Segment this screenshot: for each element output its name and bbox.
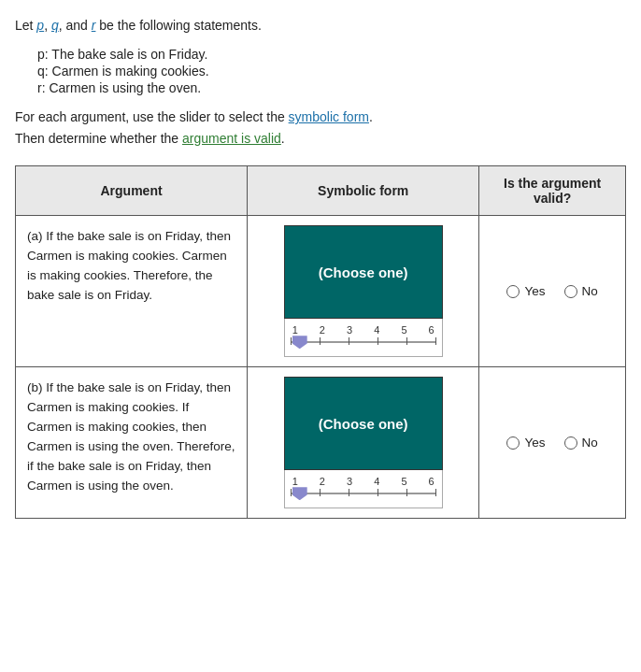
slider-ticks-b [291,489,436,500]
slider-label-1: 1 [292,324,298,336]
valid-a-cell: Yes No [479,216,626,367]
slider-label-2: 2 [320,324,325,336]
argument-a-text: (a) If the bake sale is on Friday, then … [27,227,235,306]
slider-a-placeholder: (Choose one) [319,265,408,280]
tick-3 [349,337,349,345]
slider-labels-a: 1 2 3 4 5 6 [291,324,436,336]
slider-b-label-2: 2 [320,476,325,487]
tick-b-5 [406,489,407,496]
symbolic-form-link[interactable]: symbolic form [289,109,369,124]
slider-display-a: (Choose one) [284,225,443,319]
q-variable: q [51,18,59,33]
symbolic-b-cell: (Choose one) 1 2 3 4 5 6 [248,367,479,519]
radio-circle-a-yes[interactable] [506,285,520,298]
slider-b-placeholder: (Choose one) [319,416,408,432]
slider-label-6: 6 [429,324,434,336]
slider-b-label-4: 4 [374,476,379,487]
intro-line1: Let p, q, and r be the following stateme… [15,15,626,36]
arguments-table: Argument Symbolic form Is the argument v… [15,165,626,519]
slider-widget-b: (Choose one) 1 2 3 4 5 6 [284,377,443,508]
tick-2 [320,337,320,345]
table-row: (a) If the bake sale is on Friday, then … [16,216,626,367]
slider-track-container-a: 1 2 3 4 5 6 [284,319,443,357]
slider-ticks-a [291,337,436,349]
p-variable: p [36,18,44,33]
slider-label-4: 4 [374,324,379,336]
slider-label-3: 3 [347,324,352,336]
statement-q: q: Carmen is making cookies. [37,64,626,79]
tick-5 [406,337,407,345]
radio-circle-b-no[interactable] [564,436,577,450]
tick-4 [377,337,378,345]
slider-widget-a: (Choose one) 1 2 3 4 5 6 [284,225,443,357]
tick-b-2 [320,489,320,496]
radio-a-yes[interactable]: Yes [506,284,545,298]
radio-circle-a-no[interactable] [564,285,577,298]
radio-a-no[interactable]: No [564,284,598,298]
q-label: q [37,64,45,79]
radio-circle-b-yes[interactable] [506,436,520,450]
header-valid: Is the argument valid? [479,166,626,216]
instructions-text: For each argument, use the slider to sel… [15,107,626,149]
radio-b-yes-label: Yes [524,436,545,450]
radio-b-no-label: No [582,436,598,450]
radio-group-a: Yes No [491,284,614,298]
argument-a-label: (a) [27,229,43,243]
radio-a-no-label: No [582,284,598,298]
tick-6 [435,337,436,345]
slider-track-b[interactable] [291,489,436,500]
slider-b-label-3: 3 [347,476,352,487]
radio-group-b: Yes No [491,436,614,450]
header-argument: Argument [16,166,248,216]
radio-b-yes[interactable]: Yes [506,436,545,450]
tick-b-6 [435,489,436,496]
tick-b-3 [349,489,349,496]
argument-b-cell: (b) If the bake sale is on Friday, then … [16,367,248,519]
r-variable: r [92,18,96,33]
slider-display-b: (Choose one) [284,377,443,470]
argument-b-text: (b) If the bake sale is on Friday, then … [27,379,235,496]
statement-p: p: The bake sale is on Friday. [37,47,626,62]
valid-b-cell: Yes No [479,367,626,519]
tick-1 [291,337,292,345]
slider-track-container-b: 1 2 3 4 5 6 [284,470,443,508]
slider-b-label-5: 5 [401,476,406,487]
p-label: p [37,47,45,62]
argument-b-label: (b) [27,380,43,394]
argument-a-cell: (a) If the bake sale is on Friday, then … [16,216,248,367]
tick-b-1 [291,489,292,496]
radio-a-yes-label: Yes [524,284,545,298]
tick-b-4 [377,489,378,496]
argument-valid-link[interactable]: argument is valid [182,131,281,146]
slider-b-label-1: 1 [292,476,298,487]
header-symbolic: Symbolic form [248,166,479,216]
table-row: (b) If the bake sale is on Friday, then … [16,367,626,519]
statements-list: p: The bake sale is on Friday. q: Carmen… [37,47,626,95]
r-label: r [37,80,42,95]
slider-track-a[interactable] [291,337,436,349]
statement-r: r: Carmen is using the oven. [37,80,626,95]
slider-labels-b: 1 2 3 4 5 6 [291,476,436,487]
table-header-row: Argument Symbolic form Is the argument v… [16,166,626,216]
slider-b-label-6: 6 [429,476,434,487]
radio-b-no[interactable]: No [564,436,598,450]
symbolic-a-cell: (Choose one) 1 2 3 4 5 6 [248,216,479,367]
slider-label-5: 5 [401,324,406,336]
intro-section: Let p, q, and r be the following stateme… [15,15,626,149]
